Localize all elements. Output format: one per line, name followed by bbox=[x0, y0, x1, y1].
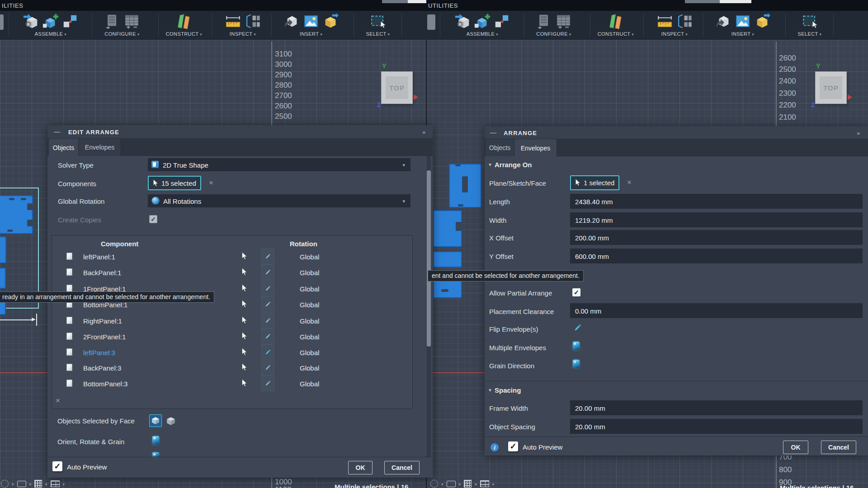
placement-clearance-input[interactable]: 0.00 mm bbox=[570, 303, 863, 318]
insert-menu[interactable]: INSERT bbox=[731, 31, 754, 37]
cursor-icon[interactable] bbox=[241, 316, 247, 324]
construct-menu[interactable]: CONSTRUCT bbox=[166, 31, 202, 37]
canvas-image-icon[interactable] bbox=[734, 13, 751, 30]
remove-selection-icon[interactable]: × bbox=[56, 396, 60, 405]
section-analysis-icon[interactable] bbox=[244, 13, 261, 30]
construction-plane-icon[interactable] bbox=[607, 13, 624, 30]
detach-icon[interactable]: » bbox=[422, 129, 425, 136]
viewports-icon[interactable] bbox=[51, 480, 60, 487]
cursor-icon[interactable] bbox=[241, 268, 247, 276]
configure-menu[interactable]: CONFIGURE bbox=[104, 31, 139, 37]
toolbar-group-construct[interactable]: CONSTRUCT bbox=[598, 12, 634, 37]
toolbar-group-configure[interactable]: CONFIGURE bbox=[104, 12, 141, 37]
ok-button[interactable]: OK bbox=[348, 461, 373, 474]
view-cube[interactable]: TOP bbox=[381, 71, 413, 104]
assemble-icon[interactable] bbox=[454, 13, 472, 30]
inspect-menu[interactable]: INSPECT bbox=[230, 31, 256, 37]
spacing-section-header[interactable]: Spacing bbox=[495, 386, 521, 394]
viewports-icon[interactable] bbox=[480, 480, 489, 487]
edit-rotation-cell[interactable] bbox=[261, 313, 274, 328]
edit-rotation-cell[interactable] bbox=[261, 296, 274, 312]
edit-rotation-cell[interactable] bbox=[261, 360, 274, 375]
clear-selection-icon[interactable]: × bbox=[209, 178, 213, 188]
chevron-down-icon[interactable]: ▾ bbox=[12, 482, 14, 487]
collapse-icon[interactable]: — bbox=[490, 129, 496, 136]
look-at-icon[interactable] bbox=[17, 481, 26, 487]
insert-mesh-icon[interactable] bbox=[322, 13, 339, 30]
configuration-doc-icon[interactable] bbox=[104, 13, 121, 30]
table-row[interactable]: BackPanel:3 Global bbox=[52, 360, 412, 375]
toolbar-group-inspect[interactable]: INSPECT bbox=[225, 12, 261, 37]
toolbar-group-configure[interactable]: CONFIGURE bbox=[536, 12, 572, 37]
solver-type-dropdown[interactable]: 2D True Shape ▾ bbox=[148, 158, 410, 171]
canvas-image-icon[interactable] bbox=[302, 13, 320, 30]
table-row[interactable]: 2FrontPanel:1 Global bbox=[52, 328, 412, 344]
measure-icon[interactable] bbox=[225, 13, 242, 30]
chevron-down-icon[interactable]: ▾ bbox=[29, 482, 32, 487]
toolbar-group-insert[interactable]: INSERT bbox=[283, 12, 339, 37]
cursor-icon[interactable] bbox=[241, 284, 247, 292]
chevron-down-icon[interactable]: ▾ bbox=[492, 482, 495, 487]
grid-display-icon[interactable] bbox=[34, 480, 42, 488]
grid-display-icon[interactable] bbox=[464, 480, 472, 488]
x-offset-input[interactable]: 200.00 mm bbox=[570, 230, 863, 245]
configuration-table-icon[interactable] bbox=[123, 13, 141, 30]
orbit-icon[interactable] bbox=[430, 480, 438, 488]
clear-selection-icon[interactable]: × bbox=[627, 178, 632, 187]
select-box-icon[interactable] bbox=[369, 13, 387, 30]
toolbar-group-select[interactable]: SELECT bbox=[797, 12, 821, 37]
insert-mesh-icon[interactable] bbox=[754, 13, 771, 30]
panel-shape[interactable] bbox=[433, 210, 462, 247]
edit-rotation-cell[interactable] bbox=[261, 344, 274, 360]
allow-partial-checkbox[interactable]: ✓ bbox=[572, 288, 580, 296]
edit-rotation-cell[interactable] bbox=[261, 375, 274, 391]
collapse-icon[interactable]: — bbox=[54, 128, 60, 135]
tab-objects[interactable]: Objects bbox=[486, 139, 514, 156]
y-offset-input[interactable]: 600.00 mm bbox=[570, 249, 863, 263]
length-input[interactable]: 2438.40 mm bbox=[570, 194, 863, 209]
object-spacing-input[interactable]: 20.00 mm bbox=[570, 419, 863, 434]
panel-shape[interactable] bbox=[0, 236, 6, 263]
toolbar-group-assemble[interactable]: ASSEMBLE bbox=[454, 12, 510, 37]
configuration-doc-icon[interactable] bbox=[536, 13, 553, 30]
frame-width-input[interactable]: 20.00 mm bbox=[570, 400, 863, 415]
auto-preview-checkbox[interactable]: ✓ bbox=[52, 461, 62, 471]
toolbar-group-inspect[interactable]: INSPECT bbox=[656, 12, 693, 37]
view-cube-top-face[interactable]: TOP bbox=[820, 76, 842, 99]
cancel-button[interactable]: Cancel bbox=[384, 461, 420, 474]
chevron-down-icon[interactable]: ▾ bbox=[441, 482, 443, 487]
section-analysis-icon[interactable] bbox=[676, 13, 693, 30]
plane-selected-button[interactable]: 1 selected bbox=[570, 175, 619, 190]
cursor-icon[interactable] bbox=[241, 252, 247, 260]
cursor-icon[interactable] bbox=[241, 348, 247, 356]
new-component-icon[interactable] bbox=[42, 13, 59, 30]
assemble-icon[interactable] bbox=[23, 13, 40, 30]
edit-rotation-cell[interactable] bbox=[261, 249, 274, 264]
chevron-down-icon[interactable]: ▾ bbox=[45, 482, 47, 487]
table-row[interactable]: BackPanel:1 Global bbox=[52, 264, 412, 280]
configuration-table-icon[interactable] bbox=[555, 13, 572, 30]
global-rotation-dropdown[interactable]: All Rotations ▾ bbox=[148, 194, 410, 207]
view-cube-top-face[interactable]: TOP bbox=[386, 76, 408, 99]
multiple-envelopes-icon[interactable] bbox=[573, 342, 580, 350]
toolbar-group-construct[interactable]: CONSTRUCT bbox=[166, 12, 202, 37]
components-selected-button[interactable]: 15 selected bbox=[148, 176, 201, 190]
panel-shape[interactable] bbox=[449, 164, 481, 208]
table-row-highlighted[interactable]: leftPanel:3 Global bbox=[52, 344, 412, 360]
scrollbar-thumb[interactable] bbox=[427, 170, 431, 347]
edit-rotation-cell[interactable] bbox=[261, 328, 274, 344]
tab-envelopes[interactable]: Envelopes bbox=[514, 139, 557, 157]
section-collapse-icon[interactable]: ▼ bbox=[488, 388, 492, 393]
construction-plane-icon[interactable] bbox=[175, 13, 193, 30]
table-row[interactable]: BottomPanel:3 Global bbox=[52, 375, 412, 391]
info-icon[interactable]: i bbox=[491, 443, 499, 451]
joint-icon[interactable] bbox=[61, 13, 79, 30]
assemble-menu[interactable]: ASSEMBLE bbox=[467, 31, 498, 37]
panel-shape[interactable] bbox=[0, 195, 33, 234]
tab-objects[interactable]: Objects bbox=[49, 139, 79, 156]
select-box-icon[interactable] bbox=[801, 13, 818, 30]
chevron-down-icon[interactable]: ▾ bbox=[402, 198, 405, 204]
panel-shape[interactable] bbox=[0, 267, 6, 289]
new-component-icon[interactable] bbox=[474, 13, 491, 30]
view-cube[interactable]: TOP bbox=[815, 71, 847, 104]
